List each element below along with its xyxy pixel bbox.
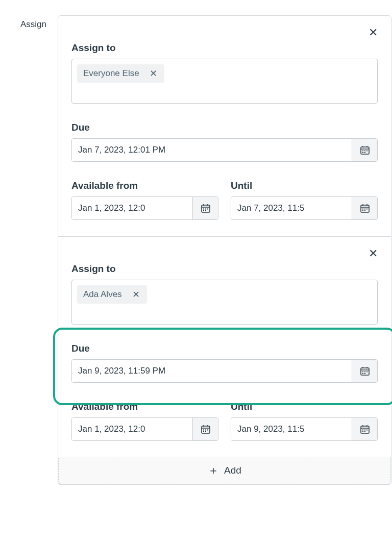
- due-date-input[interactable]: [72, 139, 352, 161]
- until-field: [231, 417, 378, 441]
- add-button[interactable]: ＋ Add: [58, 457, 391, 484]
- assignee-token-label: Ada Alves: [83, 289, 122, 300]
- remove-assignee-button[interactable]: ✕: [149, 69, 158, 78]
- assign-to-label: Assign to: [71, 42, 378, 54]
- available-from-label: Available from: [71, 180, 218, 191]
- calendar-icon: [201, 424, 211, 434]
- available-from-field: [71, 196, 218, 220]
- due-date-field: [71, 359, 378, 383]
- due-label: Due: [71, 343, 378, 354]
- until-label: Until: [231, 401, 378, 412]
- assignee-token-label: Everyone Else: [83, 68, 139, 79]
- due-date-input[interactable]: [72, 360, 352, 382]
- plus-icon: ＋: [208, 463, 219, 478]
- assign-block: ✕ Assign to Everyone Else ✕ Due: [58, 16, 391, 236]
- calendar-icon: [360, 145, 370, 155]
- assign-to-input[interactable]: Ada Alves ✕: [71, 280, 378, 325]
- due-date-field: [71, 138, 378, 162]
- calendar-icon: [201, 203, 211, 213]
- until-picker-button[interactable]: [352, 418, 377, 440]
- remove-assignee-button[interactable]: ✕: [131, 290, 141, 299]
- until-input[interactable]: [231, 418, 352, 440]
- assign-block: ✕ Assign to Ada Alves ✕ Due: [58, 236, 391, 457]
- add-label: Add: [224, 465, 241, 476]
- assign-to-label: Assign to: [71, 263, 378, 275]
- until-picker-button[interactable]: [352, 197, 377, 219]
- due-label: Due: [71, 122, 378, 133]
- assignee-token: Everyone Else ✕: [77, 64, 164, 83]
- assignee-token: Ada Alves ✕: [77, 285, 147, 304]
- available-from-input[interactable]: [72, 197, 192, 219]
- due-date-picker-button[interactable]: [352, 139, 377, 161]
- close-icon: ✕: [132, 289, 140, 300]
- close-icon: ✕: [150, 68, 157, 79]
- close-block-button[interactable]: ✕: [366, 246, 380, 261]
- available-from-label: Available from: [71, 401, 218, 412]
- close-icon: ✕: [369, 26, 378, 39]
- close-icon: ✕: [369, 247, 378, 260]
- available-from-input[interactable]: [72, 418, 192, 440]
- assign-to-input[interactable]: Everyone Else ✕: [71, 59, 378, 104]
- close-block-button[interactable]: ✕: [366, 25, 380, 40]
- available-from-picker-button[interactable]: [192, 197, 218, 219]
- until-label: Until: [231, 180, 378, 191]
- available-from-picker-button[interactable]: [192, 418, 218, 440]
- side-label: Assign: [20, 15, 48, 30]
- assign-panel: ✕ Assign to Everyone Else ✕ Due: [58, 15, 391, 485]
- available-from-field: [71, 417, 218, 441]
- calendar-icon: [360, 203, 370, 213]
- until-field: [231, 196, 378, 220]
- calendar-icon: [360, 366, 370, 376]
- calendar-icon: [360, 424, 370, 434]
- due-date-picker-button[interactable]: [352, 360, 377, 382]
- until-input[interactable]: [231, 197, 352, 219]
